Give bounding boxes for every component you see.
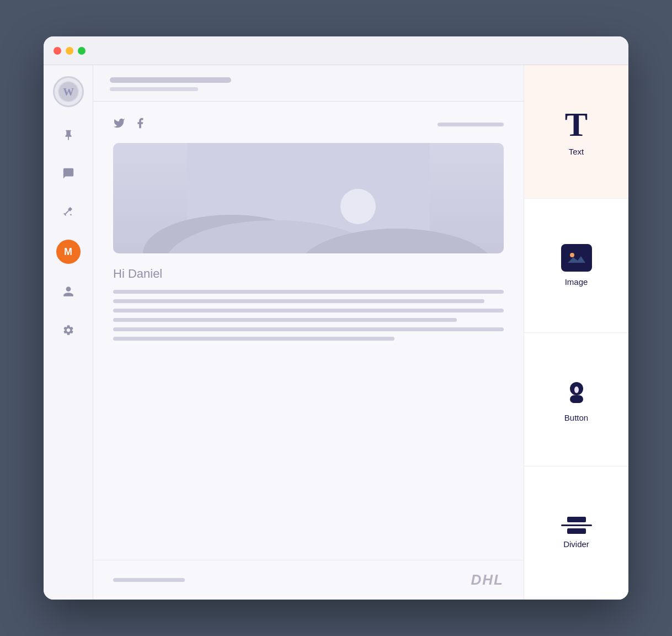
email-image-block [113,143,504,253]
maximize-button[interactable] [78,47,86,55]
email-subtitle-placeholder [110,87,198,91]
image-label: Image [565,277,588,287]
close-button[interactable] [54,47,61,55]
email-column: Hi Daniel DHL [93,65,524,600]
wp-logo[interactable]: W [53,76,84,107]
text-line-5 [113,327,504,331]
text-line-4 [113,318,457,322]
user-avatar[interactable]: M [56,240,81,264]
settings-icon[interactable] [57,319,79,341]
text-line-1 [113,290,504,294]
text-icon: T [565,107,588,141]
user-icon[interactable] [57,280,79,303]
right-panel: T Text Image [524,65,628,600]
svg-point-3 [340,189,376,224]
twitter-icon[interactable] [113,117,125,132]
comment-icon[interactable] [57,162,79,184]
svg-text:W: W [63,86,74,98]
panel-item-image[interactable]: Image [524,199,628,332]
email-social-row [113,117,504,132]
svg-point-8 [570,253,574,257]
text-line-2 [113,299,484,303]
svg-rect-10 [570,395,583,403]
hammer-icon[interactable] [57,201,79,223]
email-meta-line [438,123,504,126]
sidebar: W M [44,65,93,600]
app-window: W M [44,36,628,600]
button-label: Button [564,413,588,422]
traffic-lights [54,47,86,55]
footer-placeholder [113,578,185,582]
text-label: Text [569,147,584,156]
main-area: W M [44,65,628,600]
facebook-icon[interactable] [134,117,146,132]
email-footer: DHL [93,560,524,600]
divider-label: Divider [563,539,589,549]
divider-icon [561,517,592,534]
panel-item-text[interactable]: T Text [524,65,628,199]
email-header [93,65,524,102]
pin-icon[interactable] [57,124,79,146]
image-icon [561,244,592,272]
content-split: Hi Daniel DHL T [93,65,628,600]
button-icon [561,377,592,407]
email-content: Hi Daniel [93,102,524,560]
dhl-logo: DHL [471,571,504,589]
email-greeting: Hi Daniel [113,267,504,281]
text-line-6 [113,337,394,341]
minimize-button[interactable] [66,47,73,55]
text-line-3 [113,309,504,312]
email-title-placeholder [110,77,231,83]
svg-rect-7 [567,250,586,266]
svg-point-11 [574,386,579,393]
panel-item-divider[interactable]: Divider [524,467,628,600]
titlebar [44,36,628,65]
panel-item-button[interactable]: Button [524,333,628,467]
